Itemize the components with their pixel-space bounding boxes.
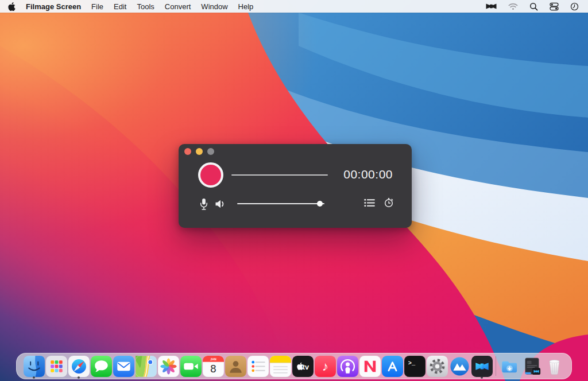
speaker-button[interactable] xyxy=(215,199,226,209)
contacts-icon xyxy=(225,356,246,377)
close-button[interactable] xyxy=(184,148,191,155)
dock-item-contacts[interactable] xyxy=(225,353,246,379)
dock: JAN 8 xyxy=(16,353,572,379)
menu-tools[interactable]: Tools xyxy=(137,2,154,11)
clock-icon xyxy=(570,2,579,11)
minimized-window-thumbnail xyxy=(521,356,543,377)
dock-item-terminal[interactable]: >_ xyxy=(404,353,425,379)
apple-menu[interactable] xyxy=(8,2,16,11)
notes-icon xyxy=(270,356,291,377)
menu-help[interactable]: Help xyxy=(238,2,254,11)
volume-slider[interactable] xyxy=(237,200,324,207)
dock-item-music[interactable]: ♪ xyxy=(315,353,336,379)
recordings-list-button[interactable] xyxy=(364,199,375,207)
desktop: Filmage Screen File Edit Tools Convert W… xyxy=(0,0,588,381)
menu-convert[interactable]: Convert xyxy=(165,2,191,11)
dock-item-news[interactable] xyxy=(359,353,381,379)
dock-item-system-preferences[interactable] xyxy=(427,353,448,379)
record-button[interactable] xyxy=(198,162,223,188)
calendar-month-label: JAN xyxy=(210,357,216,360)
microphone-button[interactable] xyxy=(199,197,208,211)
secondary-controls xyxy=(364,197,394,208)
control-center-menu[interactable] xyxy=(550,2,559,11)
menu-file[interactable]: File xyxy=(91,2,103,11)
blue-mountain-app-icon xyxy=(449,356,470,377)
search-icon xyxy=(529,2,538,11)
menu-edit[interactable]: Edit xyxy=(114,2,126,11)
volume-thumb[interactable] xyxy=(317,201,323,207)
calendar-day-label: 8 xyxy=(210,363,216,375)
news-icon xyxy=(359,356,381,377)
dock-item-facetime[interactable] xyxy=(180,353,202,379)
dock-separator xyxy=(496,356,496,376)
running-indicator xyxy=(78,376,80,379)
filmage-camera-icon xyxy=(486,2,497,10)
maps-icon xyxy=(136,356,157,377)
messages-icon xyxy=(91,356,112,377)
clock-menu[interactable] xyxy=(570,2,579,11)
dock-item-filmage-editor[interactable] xyxy=(449,353,470,379)
speaker-icon xyxy=(215,199,226,209)
podcasts-icon xyxy=(337,356,358,377)
dock-item-finder[interactable] xyxy=(24,353,45,379)
trash-icon xyxy=(544,356,565,377)
dock-item-messages[interactable] xyxy=(91,353,112,379)
audio-controls xyxy=(199,196,324,212)
window-controls xyxy=(184,148,214,155)
safari-icon xyxy=(68,356,90,377)
system-preferences-icon xyxy=(427,356,448,377)
recorder-window: 00:00:00 xyxy=(179,144,412,228)
dock-item-launchpad[interactable] xyxy=(46,353,67,379)
list-icon xyxy=(364,199,375,207)
dock-item-notes[interactable] xyxy=(270,353,291,379)
dock-item-mail[interactable] xyxy=(113,353,134,379)
music-icon: ♪ xyxy=(315,356,336,377)
launchpad-icon xyxy=(46,356,67,377)
dock-item-trash[interactable] xyxy=(544,353,565,379)
calendar-icon: JAN 8 xyxy=(203,356,224,377)
dock-item-appstore[interactable] xyxy=(382,353,403,379)
dock-item-photos[interactable] xyxy=(158,353,179,379)
menu-window[interactable]: Window xyxy=(201,2,227,11)
dock-item-reminders[interactable] xyxy=(247,353,269,379)
dock-item-tv[interactable]: tv xyxy=(292,353,314,379)
terminal-icon: >_ xyxy=(404,356,425,377)
wifi-icon xyxy=(508,3,518,10)
app-store-icon xyxy=(382,356,403,377)
running-indicator xyxy=(481,376,483,379)
filmage-status-menu[interactable] xyxy=(486,2,497,10)
facetime-icon xyxy=(180,356,202,377)
filmage-screen-icon xyxy=(471,356,493,377)
dock-item-filmage-screen[interactable] xyxy=(471,353,493,379)
dock-item-safari[interactable] xyxy=(68,353,90,379)
menu-bar: Filmage Screen File Edit Tools Convert W… xyxy=(0,0,588,13)
terminal-prompt-glyph: >_ xyxy=(408,359,415,366)
apple-logo-icon xyxy=(8,2,16,11)
dock-item-maps[interactable] xyxy=(136,353,157,379)
zoom-button-disabled[interactable] xyxy=(207,148,214,155)
photos-icon xyxy=(158,356,179,377)
duration-track xyxy=(231,174,328,176)
app-menu-filmage-screen[interactable]: Filmage Screen xyxy=(26,2,81,11)
volume-track[interactable] xyxy=(237,203,324,204)
apple-tv-icon: tv xyxy=(292,356,314,377)
timer-display: 00:00:00 xyxy=(343,168,393,181)
running-indicator xyxy=(33,376,35,379)
downloads-folder-icon xyxy=(499,356,520,377)
tv-label: tv xyxy=(302,363,308,371)
spotlight-menu[interactable] xyxy=(529,2,538,11)
dock-item-filmage-window[interactable] xyxy=(521,353,543,379)
dock-item-downloads[interactable] xyxy=(499,353,520,379)
wifi-menu[interactable] xyxy=(508,3,518,10)
dock-item-calendar[interactable]: JAN 8 xyxy=(203,353,224,379)
mail-icon xyxy=(113,356,134,377)
dock-item-podcasts[interactable] xyxy=(337,353,358,379)
alarm-clock-icon xyxy=(384,197,394,208)
music-note-glyph: ♪ xyxy=(322,359,328,374)
reminders-icon xyxy=(247,356,269,377)
finder-icon xyxy=(24,356,45,377)
schedule-timer-button[interactable] xyxy=(384,197,394,208)
microphone-icon xyxy=(199,197,208,211)
control-center-icon xyxy=(550,2,559,11)
minimize-button[interactable] xyxy=(196,148,203,155)
